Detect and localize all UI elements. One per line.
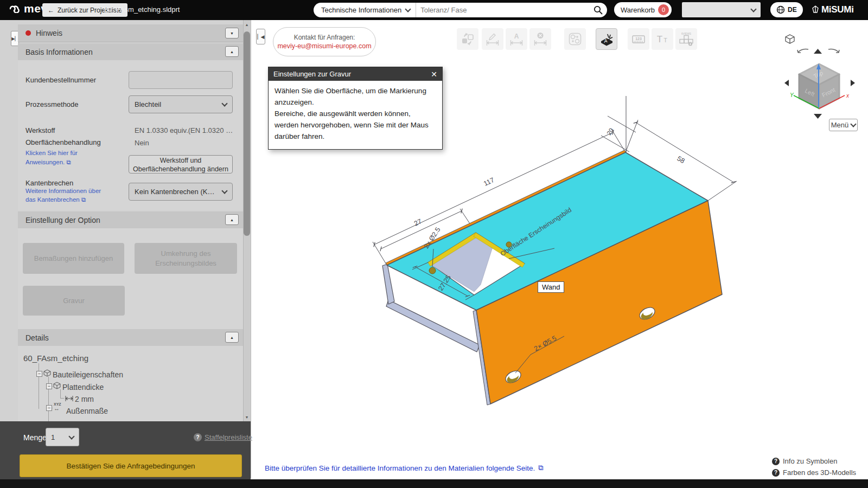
materials-info-link[interactable]: Bitte überprüfen Sie für detaillierte In… bbox=[265, 464, 544, 472]
ruler-123-icon: 123 bbox=[631, 32, 646, 46]
popup-header[interactable]: Einstellungen zur Gravur ✕ bbox=[269, 67, 442, 81]
part-geometry[interactable] bbox=[382, 150, 722, 405]
six-views-icon: 6VIEWS bbox=[679, 31, 694, 47]
language-label: DE bbox=[788, 6, 797, 14]
order-number-label: Kundenbestellnummer bbox=[25, 76, 96, 84]
edge-break-value: Kein Kantenbrechen (K… bbox=[135, 188, 214, 196]
pencil-dimension-icon bbox=[486, 32, 500, 46]
process-method-select[interactable]: Blechteil bbox=[129, 95, 233, 113]
search-icon bbox=[593, 5, 603, 15]
iso-view-icon[interactable] bbox=[786, 35, 794, 43]
scrollbar-down-arrow[interactable]: ▼ bbox=[243, 414, 251, 421]
hole-tool[interactable] bbox=[564, 28, 586, 50]
options-header-label: Einstellung der Option bbox=[25, 216, 100, 224]
edge-break-link-line1[interactable]: Weitere Informationen über bbox=[25, 188, 101, 194]
surface-treatment-value: Nein bbox=[135, 139, 149, 147]
tree-collapse-box[interactable]: − bbox=[46, 405, 52, 411]
edit-dimension-tool[interactable] bbox=[482, 28, 503, 50]
model-colors-info-link[interactable]: ? Farben des 3D-Modells bbox=[772, 468, 856, 477]
bottom-strip bbox=[0, 479, 868, 488]
invert-appearance-tool[interactable] bbox=[457, 28, 478, 50]
search-category-label: Technische Informationen bbox=[321, 6, 401, 14]
tree-collapse-box[interactable]: − bbox=[36, 371, 42, 377]
contact-email-link[interactable]: meviy-eu@misumi-europe.com bbox=[277, 42, 371, 50]
symbols-info-link[interactable]: ? Info zu Symbolen bbox=[772, 457, 837, 465]
text-dimension-tool[interactable]: A bbox=[506, 28, 527, 50]
basis-section-header[interactable]: Basis Informationen ▲ bbox=[18, 43, 243, 61]
tree-root-node[interactable]: 60_FAsm_etching bbox=[23, 354, 88, 363]
process-method-value: Blechteil bbox=[135, 100, 161, 108]
details-section-header[interactable]: Details ▲ bbox=[18, 329, 243, 346]
chevron-down-icon bbox=[68, 433, 74, 439]
instructions-link-line1[interactable]: Klicken Sie hier für bbox=[25, 150, 78, 156]
tree-node-thickness[interactable]: Plattendicke bbox=[62, 383, 104, 391]
instructions-link-line2[interactable]: Anweisungen. ⧉ bbox=[25, 159, 71, 166]
misumi-logo[interactable]: MiSUMi bbox=[812, 4, 854, 15]
six-views-tool[interactable]: 6VIEWS bbox=[675, 28, 697, 50]
quantity-select[interactable]: 1 bbox=[46, 428, 79, 446]
rotate-right-icon[interactable] bbox=[828, 49, 839, 53]
edge-break-link-line2[interactable]: das Kantenbrechen ⧉ bbox=[25, 196, 86, 203]
rotate-down-arrow[interactable] bbox=[814, 114, 822, 119]
viewcube-menu-button[interactable]: Menü bbox=[829, 119, 858, 131]
tree-collapse-box[interactable]: − bbox=[46, 383, 52, 389]
tree-connector bbox=[60, 389, 61, 399]
svg-text:6VIEWS: 6VIEWS bbox=[681, 33, 691, 35]
basis-collapse-button[interactable]: ▲ bbox=[225, 46, 239, 57]
engraving-tool[interactable]: A bbox=[596, 28, 617, 50]
price-list-link[interactable]: ? Staffelpreisliste bbox=[194, 433, 252, 441]
tree-node-properties[interactable]: Bauteileigenschaften bbox=[53, 370, 123, 379]
tree-node-outer-dimensions[interactable]: Außenmaße bbox=[66, 407, 108, 415]
search-button[interactable] bbox=[589, 3, 607, 17]
chevron-down-icon bbox=[750, 6, 756, 12]
close-icon[interactable]: ✕ bbox=[431, 70, 437, 79]
delete-dimension-tool[interactable] bbox=[529, 28, 551, 50]
account-select[interactable] bbox=[682, 2, 761, 17]
confirm-request-button[interactable]: Bestätigen Sie die Anfragebedingungen bbox=[20, 454, 242, 477]
quantity-label: Menge bbox=[23, 433, 47, 442]
rotate-left-icon[interactable] bbox=[797, 49, 808, 53]
y-axis-label: Y bbox=[790, 92, 794, 98]
rotate-up-arrow[interactable] bbox=[814, 49, 822, 54]
invert-appearance-button[interactable]: Umkehrung des Erscheinungsbildes bbox=[135, 243, 237, 274]
engraving-button[interactable]: Gravur bbox=[23, 286, 125, 316]
material-value: EN 1.0330 equiv.(EN 1.0320 … bbox=[135, 126, 233, 134]
popup-title: Einstellungen zur Gravur bbox=[273, 70, 351, 78]
remove-dimension-icon bbox=[533, 32, 547, 46]
scrollbar-up-arrow[interactable]: ▲ bbox=[243, 21, 251, 28]
part-left-web[interactable] bbox=[382, 264, 394, 304]
search-input[interactable] bbox=[416, 6, 589, 14]
sidebar-scrollbar-thumb[interactable] bbox=[244, 31, 250, 236]
letter-dimension-icon: A bbox=[509, 32, 524, 46]
edge-break-select[interactable]: Kein Kantenbrechen (K… bbox=[129, 183, 233, 201]
options-collapse-button[interactable]: ▲ bbox=[225, 214, 239, 225]
details-header-label: Details bbox=[25, 333, 49, 342]
options-section-header[interactable]: Einstellung der Option ▲ bbox=[18, 211, 243, 229]
part-bottom-flange[interactable] bbox=[386, 300, 480, 352]
view-cube-widget[interactable]: Top Left Front Y x bbox=[780, 31, 861, 121]
engraving-icon: A bbox=[599, 32, 614, 47]
details-collapse-button[interactable]: ▲ bbox=[225, 332, 239, 343]
search-category-select[interactable]: Technische Informationen bbox=[314, 3, 416, 17]
hinweis-toggle-button[interactable]: ▼ bbox=[225, 28, 239, 38]
search-bar: Technische Informationen bbox=[314, 3, 607, 17]
change-material-button[interactable]: Werkstoff und Oberflächenbehandlung ände… bbox=[129, 155, 233, 174]
rotate-left-arrow[interactable] bbox=[784, 80, 789, 86]
sidebar-collapse-button[interactable]: ▏◀ bbox=[256, 29, 265, 44]
small-hole-marker[interactable] bbox=[429, 267, 436, 274]
language-button[interactable]: DE bbox=[770, 2, 803, 17]
question-icon: ? bbox=[772, 469, 780, 477]
edge-break-link-text: das Kantenbrechen bbox=[25, 196, 80, 203]
xyz-arrow-icon: ↔ bbox=[54, 405, 60, 412]
add-dimensions-button[interactable]: Bemaßungen hinzufügen bbox=[23, 243, 124, 274]
measure-tool[interactable]: 123 bbox=[628, 28, 649, 50]
meviy-logo-icon bbox=[7, 4, 22, 13]
rotate-right-arrow[interactable] bbox=[851, 80, 855, 86]
quantity-panel: Menge 1 ? Staffelpreisliste Bestätigen S… bbox=[0, 421, 251, 479]
text-tool[interactable]: T T bbox=[652, 28, 673, 50]
tree-node-thickness-value[interactable]: 2 mm bbox=[75, 395, 94, 403]
order-number-input[interactable] bbox=[129, 71, 233, 89]
cart-button[interactable]: Warenkorb 0 bbox=[614, 2, 672, 17]
tree-connector bbox=[39, 363, 39, 409]
globe-icon bbox=[776, 5, 785, 14]
